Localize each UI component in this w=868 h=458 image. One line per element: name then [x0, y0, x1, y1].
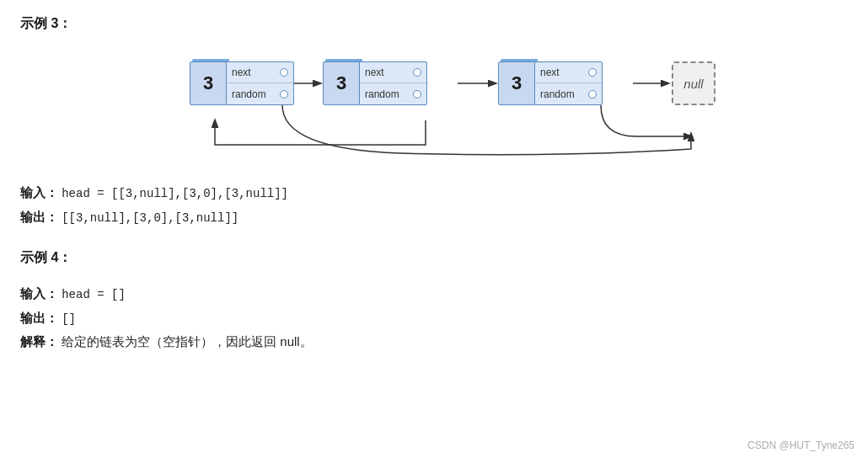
node-2-fields: next random [360, 61, 427, 105]
node-3-random-row: random [535, 83, 602, 104]
node-1-random-row: random [227, 83, 293, 104]
example4-explain-line: 解释： 给定的链表为空（空指针），因此返回 null。 [20, 330, 848, 354]
node-1-val: 3 [190, 61, 227, 105]
example4-block: 输入： head = [] 输出： [] 解释： 给定的链表为空（空指针），因此… [20, 282, 848, 354]
node-2-random-row: random [360, 83, 426, 104]
node-2-next-row: next [360, 62, 426, 83]
null-box: null [672, 61, 715, 105]
node-1-fields: next random [227, 61, 294, 105]
node-2: 3 next random [323, 61, 427, 105]
node-3-random-dot [588, 90, 597, 99]
arrow-random2-n1 [215, 120, 426, 145]
node-3-fields: next random [535, 61, 603, 105]
section-title-3: 示例 3： [20, 15, 848, 33]
node-1: 3 next random [190, 61, 294, 105]
node-3: 3 next random [498, 61, 603, 105]
node-3-next-row: next [535, 62, 602, 83]
example3-block: 输入： head = [[3,null],[3,0],[3,null]] 输出：… [20, 181, 848, 229]
arrow-random3-null [601, 105, 691, 136]
node-2-next-dot [413, 68, 421, 77]
example4-input-line: 输入： head = [] [20, 282, 848, 306]
node-2-val: 3 [323, 61, 360, 105]
example4-output-line: 输出： [] [20, 306, 848, 331]
section-title-4: 示例 4： [20, 249, 848, 267]
node-2-random-dot [413, 90, 421, 99]
node-1-next-row: next [227, 62, 293, 83]
diagram-area: 3 next random 3 next random [105, 48, 763, 174]
node-1-random-dot [280, 90, 288, 99]
example3-input-line: 输入： head = [[3,null],[3,0],[3,null]] [20, 181, 848, 205]
node-3-next-dot [588, 68, 597, 77]
watermark: CSDN @HUT_Tyne265 [747, 439, 855, 451]
node-1-next-dot [280, 68, 288, 77]
arrow-random1-null [282, 105, 691, 155]
example3-output-line: 输出： [[3,null],[3,0],[3,null]] [20, 205, 848, 230]
node-3-val: 3 [498, 61, 535, 105]
